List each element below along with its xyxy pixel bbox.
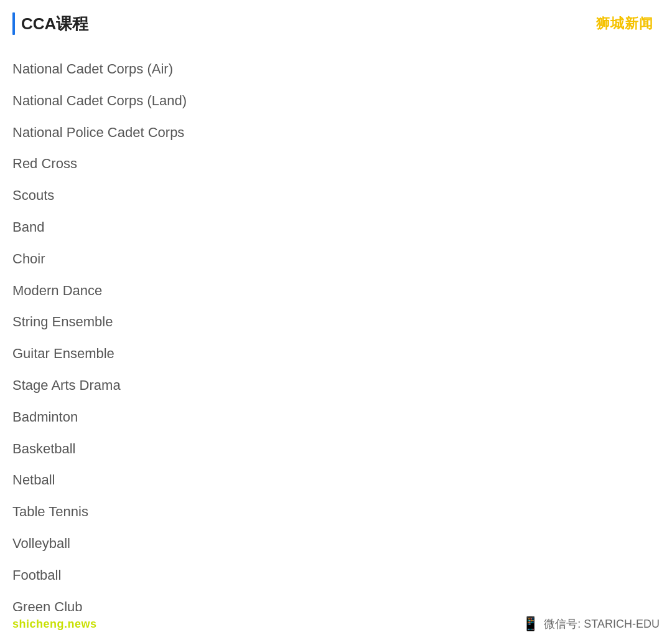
footer-wechat-label: 微信号: STARICH-EDU (544, 616, 660, 631)
cca-list: National Cadet Corps (Air)National Cadet… (12, 54, 653, 637)
bottom-bar: shicheng.news 📱 微信号: STARICH-EDU (0, 611, 672, 637)
cca-list-item: Scouts (12, 180, 653, 212)
cca-list-item: Stage Arts Drama (12, 370, 653, 402)
wechat-icon: 📱 (522, 616, 539, 632)
cca-list-item: Red Cross (12, 148, 653, 180)
title-block: CCA课程 (12, 12, 88, 35)
cca-list-item: Band (12, 212, 653, 243)
cca-list-item: Guitar Ensemble (12, 338, 653, 370)
cca-list-item: National Police Cadet Corps (12, 117, 653, 149)
page-title: CCA课程 (21, 13, 88, 35)
page-wrapper: CCA课程 狮城新闻 National Cadet Corps (Air)Nat… (0, 0, 672, 637)
footer-left: shicheng.news (12, 618, 97, 631)
cca-list-item: National Cadet Corps (Air) (12, 54, 653, 85)
title-bar-accent (12, 12, 15, 35)
cca-list-item: Table Tennis (12, 496, 653, 528)
cca-list-item: Modern Dance (12, 275, 653, 307)
page-header: CCA课程 狮城新闻 (12, 12, 653, 35)
cca-list-item: Choir (12, 243, 653, 275)
footer-right: 📱 微信号: STARICH-EDU (522, 616, 660, 632)
cca-list-item: Volleyball (12, 528, 653, 560)
brand-logo: 狮城新闻 (596, 14, 653, 33)
cca-list-item: Football (12, 560, 653, 592)
cca-list-item: Basketball (12, 433, 653, 465)
cca-list-item: Netball (12, 465, 653, 496)
cca-list-item: String Ensemble (12, 306, 653, 338)
cca-list-item: Badminton (12, 402, 653, 433)
cca-list-item: National Cadet Corps (Land) (12, 85, 653, 117)
